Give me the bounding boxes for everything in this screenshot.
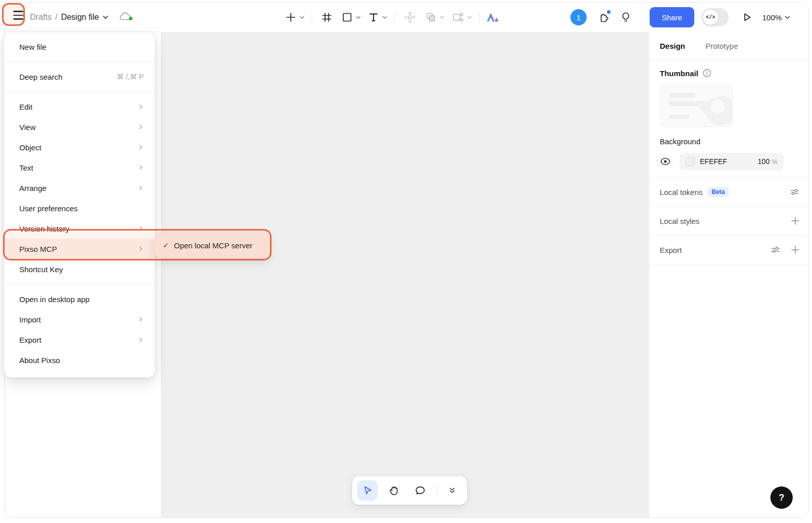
text-tool-button[interactable] [366,8,381,26]
background-color-field[interactable]: EFEFEF 100 % [680,153,784,170]
zoom-chevron-icon [785,16,790,19]
hand-tool-button[interactable] [384,480,404,501]
play-icon [740,11,753,23]
canvas-toolbar [352,476,467,505]
file-menu-chevron-icon[interactable] [103,15,109,19]
present-button[interactable] [739,10,754,25]
plugins-button[interactable] [596,10,611,25]
plugin-notification-dot [607,10,611,14]
export-settings-icon[interactable] [770,244,781,255]
chevron-right-icon [138,316,144,322]
design-panel: Design Prototype Thumbnail [649,32,808,517]
menu-item-user-preferences[interactable]: User preferences [4,198,155,218]
menu-item-about-pixso[interactable]: About Pixso [4,350,155,370]
toolbar-divider [437,485,438,496]
toolbar-divider [479,12,480,23]
shortcut-hint: ⌘ /,⌘ P [117,73,144,81]
share-button[interactable]: Share [650,7,694,27]
collapse-toolbar-button[interactable] [444,480,460,501]
menu-item-new-file[interactable]: New file [4,37,155,57]
help-button[interactable]: ? [770,486,793,509]
background-opacity-value[interactable]: 100 [758,157,769,166]
pixso-mcp-submenu: ✓ Open local MCP server [155,233,269,258]
tab-prototype[interactable]: Prototype [705,42,738,50]
boolean-tool-chevron-icon[interactable] [439,16,445,19]
sync-status-dot [129,17,132,20]
thumbnail-preview[interactable] [660,84,733,127]
presence-avatar[interactable]: 1 [570,9,587,25]
menu-divider [4,91,155,92]
main-menu-button[interactable] [8,5,29,26]
toolbar-divider [312,12,312,23]
menu-item-shortcut-key[interactable]: Shortcut Key [4,259,155,279]
menu-item-pixso-mcp[interactable]: Pixso MCP [4,239,155,259]
lightbulb-icon [619,11,632,24]
pixso-ai-icon [486,11,500,23]
canvas[interactable] [161,32,649,517]
local-tokens-section[interactable]: Local tokens Beta [649,178,808,207]
move-tool-button[interactable] [402,8,418,26]
menu-item-version-history[interactable]: Version history [4,218,155,239]
export-label: Export [660,246,682,254]
ideas-button[interactable] [618,10,633,25]
menu-item-edit[interactable]: Edit [4,96,155,117]
cursor-icon [361,484,374,497]
file-name[interactable]: Design file [61,13,99,22]
rectangle-icon [341,11,353,23]
panel-tabs: Design Prototype [649,32,808,60]
select-tool-button[interactable] [357,480,378,501]
chevron-right-icon [138,337,144,343]
chevron-right-icon [138,124,144,130]
menu-item-export[interactable]: Export [4,330,155,350]
zoom-control[interactable]: 100% [762,13,790,22]
background-label: Background [660,137,800,146]
info-icon[interactable] [702,69,712,78]
dev-mode-toggle[interactable]: </> [701,8,729,26]
color-swatch[interactable] [686,157,695,166]
chevron-right-icon [138,144,144,150]
menu-item-view[interactable]: View [4,117,155,137]
background-hex-value[interactable]: EFEFEF [700,157,727,166]
menu-item-arrange[interactable]: Arrange [4,178,155,198]
comment-tool-button[interactable] [410,480,430,501]
top-toolbar: Drafts / Design file [5,3,808,32]
breadcrumb: Drafts / Design file [30,3,132,32]
tab-design[interactable]: Design [660,42,685,50]
menu-item-open-in-desktop-app[interactable]: Open in desktop app [4,289,155,309]
shape-tool-button[interactable] [340,8,355,26]
comment-bubble-icon [414,484,426,497]
zoom-level: 100% [762,13,782,22]
submenu-item-open-local-mcp-server[interactable]: Open local MCP server [174,241,253,250]
insert-tool-chevron-icon[interactable] [299,16,304,19]
visibility-eye-icon[interactable] [660,157,671,166]
collab-tools: 1 Share </> [570,3,790,32]
add-export-icon[interactable] [790,245,800,255]
breadcrumb-folder[interactable]: Drafts [30,13,52,22]
shape-tool-chevron-icon[interactable] [356,16,361,19]
toolbar-divider [394,12,395,23]
text-tool-chevron-icon[interactable] [382,16,387,19]
percent-sign: % [771,158,777,166]
plus-icon [285,11,297,23]
hamburger-icon [13,11,23,19]
add-style-icon[interactable] [790,216,800,226]
component-tool-chevron-icon[interactable] [467,16,472,19]
menu-item-text[interactable]: Text [4,157,155,178]
chevron-right-icon [138,165,144,171]
menu-item-deep-search[interactable]: Deep search ⌘ /,⌘ P [4,67,155,87]
frame-tool-button[interactable] [319,8,334,26]
insert-tool-button[interactable] [283,8,298,26]
local-styles-section[interactable]: Local styles [649,207,808,236]
thumbnail-label: Thumbnail [660,69,698,78]
menu-item-object[interactable]: Object [4,137,155,157]
export-section[interactable]: Export [649,236,808,265]
menu-item-import[interactable]: Import [4,309,155,330]
component-tool-button[interactable] [450,8,466,26]
chevron-right-icon [138,225,144,232]
boolean-tool-button[interactable] [423,8,438,26]
slice-icon [451,11,464,23]
hand-icon [388,484,400,497]
ai-tool-button[interactable] [484,8,501,26]
chevron-right-icon [138,104,144,110]
tokens-settings-icon[interactable] [789,186,800,198]
